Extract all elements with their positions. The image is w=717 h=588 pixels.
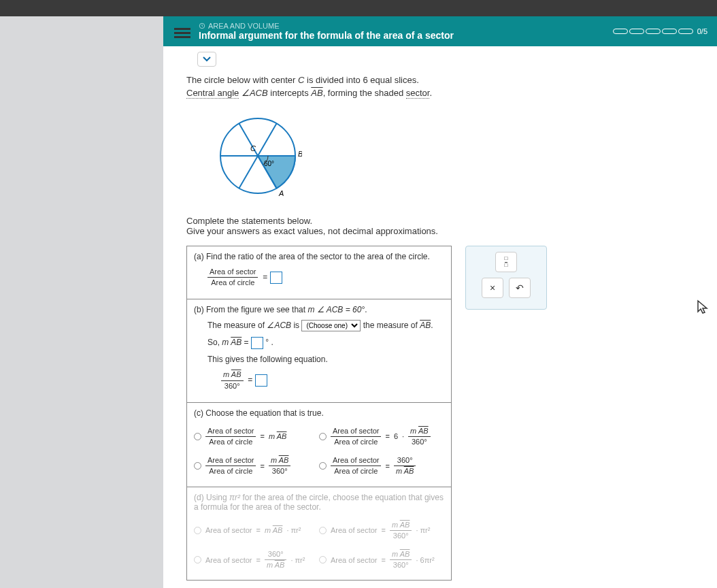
- part-d: (d) Using πr² for the area of the circle…: [187, 487, 451, 581]
- svg-text:C: C: [250, 144, 256, 152]
- option-c1[interactable]: Area of sectorArea of circle = m AB: [194, 426, 319, 447]
- option-d3[interactable]: Area of sector = 360°m AB · πr²: [194, 549, 319, 570]
- progress-bar: [613, 29, 693, 34]
- part-b-input-1[interactable]: [251, 337, 263, 349]
- part-a: (a) Find the ratio of the area of the se…: [187, 246, 451, 299]
- circle-figure: C B A 60°: [214, 112, 694, 202]
- chevron-down-icon: [203, 56, 211, 62]
- score: 0/5: [697, 27, 707, 35]
- option-c4[interactable]: Area of sectorArea of circle = 360°m AB: [319, 455, 444, 476]
- frac-num: m AB: [221, 370, 244, 380]
- menu-toggle[interactable]: [174, 26, 200, 40]
- svg-line-7: [258, 123, 277, 156]
- tool-panel: □□ × ↶: [465, 246, 547, 310]
- fraction-tool[interactable]: □□: [495, 252, 517, 272]
- breadcrumb: AREA AND VOLUME: [199, 22, 613, 30]
- svg-text:A: A: [278, 189, 284, 197]
- svg-text:B: B: [298, 150, 302, 158]
- part-b-input-2[interactable]: [255, 374, 267, 387]
- undo-button[interactable]: ↶: [509, 278, 531, 298]
- problem-box: (a) Find the ratio of the area of the se…: [186, 246, 452, 581]
- part-a-input[interactable]: [270, 272, 282, 284]
- option-c3[interactable]: Area of sectorArea of circle = m AB360°: [194, 455, 319, 476]
- option-d2[interactable]: Area of sector = m AB360° · πr²: [319, 520, 444, 541]
- svg-point-8: [256, 154, 259, 157]
- svg-line-4: [239, 156, 259, 189]
- m-arc-label: m AB: [222, 338, 241, 348]
- cursor-icon: [697, 299, 709, 318]
- choose-one-select[interactable]: (Choose one): [301, 320, 361, 331]
- intro-line-2: Central angle ∠ACB intercepts AB, formin…: [186, 88, 694, 98]
- svg-text:60°: 60°: [264, 160, 274, 167]
- clear-button[interactable]: ×: [482, 278, 503, 298]
- nav-down-button[interactable]: [197, 52, 216, 67]
- part-c: (c) Choose the equation that is true. Ar…: [187, 403, 451, 487]
- intro-line-1: The circle below with center C is divide…: [186, 75, 694, 85]
- part-b: (b) From the figure we see that m ∠ ACB …: [187, 299, 451, 402]
- option-d1[interactable]: Area of sector = m AB · πr²: [194, 520, 319, 541]
- page-title: Informal argument for the formula of the…: [199, 30, 613, 41]
- lesson-header: AREA AND VOLUME Informal argument for th…: [163, 16, 717, 46]
- option-d4[interactable]: Area of sector = m AB360° · 6πr²: [319, 549, 444, 570]
- instructions: Complete the statements below. Give your…: [186, 216, 694, 236]
- option-c2[interactable]: Area of sectorArea of circle = 6 · m AB3…: [319, 426, 444, 447]
